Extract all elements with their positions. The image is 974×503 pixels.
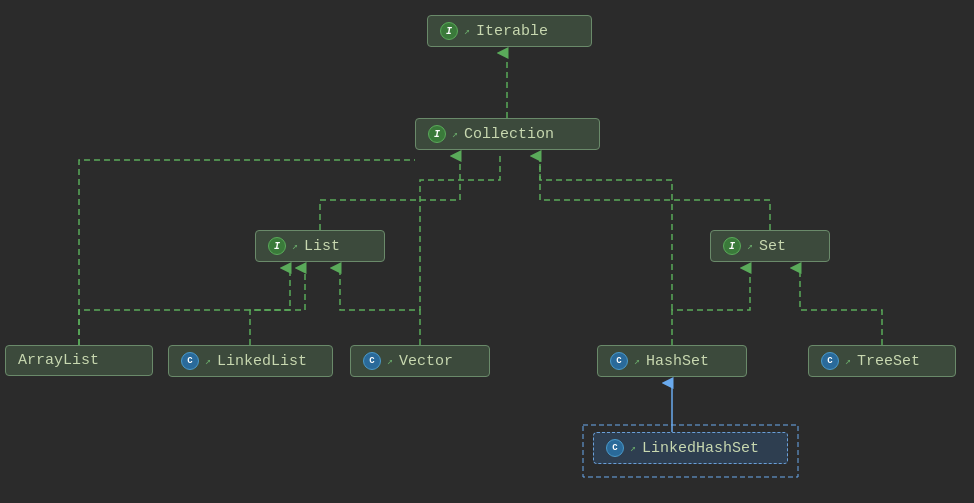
node-arraylist[interactable]: ArrayList <box>5 345 153 376</box>
node-linkedhashset[interactable]: C ↗ LinkedHashSet <box>593 432 788 464</box>
label-hashset: HashSet <box>646 353 709 370</box>
node-treeset[interactable]: C ↗ TreeSet <box>808 345 956 377</box>
icon-hashset: C <box>610 352 628 370</box>
label-vector: Vector <box>399 353 453 370</box>
node-list[interactable]: I ↗ List <box>255 230 385 262</box>
icon-vector: C <box>363 352 381 370</box>
node-vector[interactable]: C ↗ Vector <box>350 345 490 377</box>
node-collection[interactable]: I ↗ Collection <box>415 118 600 150</box>
label-list: List <box>304 238 340 255</box>
label-arraylist: ArrayList <box>18 352 99 369</box>
node-hashset[interactable]: C ↗ HashSet <box>597 345 747 377</box>
icon-treeset: C <box>821 352 839 370</box>
icon-set: I <box>723 237 741 255</box>
label-collection: Collection <box>464 126 554 143</box>
node-linkedlist[interactable]: C ↗ LinkedList <box>168 345 333 377</box>
label-linkedhashset: LinkedHashSet <box>642 440 759 457</box>
node-iterable[interactable]: I ↗ Iterable <box>427 15 592 47</box>
label-linkedlist: LinkedList <box>217 353 307 370</box>
icon-list: I <box>268 237 286 255</box>
label-treeset: TreeSet <box>857 353 920 370</box>
label-set: Set <box>759 238 786 255</box>
icon-iterable: I <box>440 22 458 40</box>
node-set[interactable]: I ↗ Set <box>710 230 830 262</box>
icon-linkedhashset: C <box>606 439 624 457</box>
icon-collection: I <box>428 125 446 143</box>
label-iterable: Iterable <box>476 23 548 40</box>
icon-linkedlist: C <box>181 352 199 370</box>
diagram-container: I ↗ Iterable I ↗ Collection I ↗ List I ↗… <box>0 0 974 503</box>
